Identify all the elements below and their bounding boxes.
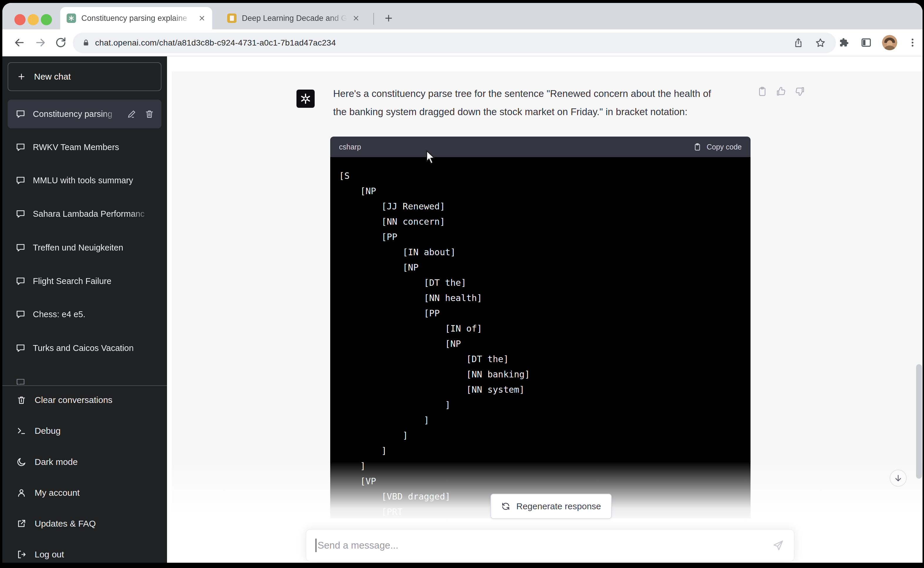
bookmark-star-icon[interactable]: [815, 37, 826, 48]
chat-title: Flight Search Failure: [33, 276, 154, 286]
chat-bubble-icon: [15, 242, 26, 253]
plus-icon: [17, 72, 26, 81]
footer-label: Clear conversations: [35, 395, 112, 405]
chat-title: MMLU with tools summary: [33, 176, 154, 185]
address-bar[interactable]: chat.openai.com/chat/a81d3c8b-c924-4731-…: [73, 33, 836, 53]
tab-title: Constituency parsing explaine: [81, 14, 193, 23]
footer-label: Debug: [35, 426, 60, 436]
delete-trash-icon[interactable]: [145, 109, 154, 119]
message-actions: [757, 86, 805, 97]
footer-label: My account: [35, 488, 80, 498]
message-line: Here's a constituency parse tree for the…: [333, 85, 779, 103]
moon-icon: [17, 457, 26, 467]
send-icon[interactable]: [772, 539, 784, 551]
sidebar-item-updates-faq[interactable]: Updates & FAQ: [8, 510, 161, 537]
sidebar-item-rwkv[interactable]: RWKV Team Members: [8, 133, 161, 162]
scroll-to-bottom-button[interactable]: [890, 470, 907, 486]
code-block: csharp Copy code [S [NP [JJ Renewed] [NN…: [330, 137, 751, 518]
assistant-message-text: Here's a constituency parse tree for the…: [333, 85, 779, 121]
side-panel-icon[interactable]: [860, 37, 872, 48]
chat-bubble-icon: [15, 142, 26, 153]
chat-title: Sahara Lambada Performanc: [33, 209, 154, 219]
sidebar-item-dark-mode[interactable]: Dark mode: [8, 449, 161, 476]
footer-label: Updates & FAQ: [35, 519, 96, 529]
code-language-label: csharp: [339, 143, 361, 151]
chat-bubble-icon: [15, 208, 26, 219]
browser-toolbar: chat.openai.com/chat/a81d3c8b-c924-4731-…: [2, 29, 922, 56]
sidebar-item-my-account[interactable]: My account: [8, 479, 161, 506]
document-favicon-icon: [227, 14, 237, 23]
chat-title: RWKV Team Members: [33, 142, 154, 152]
thumbs-up-icon[interactable]: [775, 86, 787, 97]
regenerate-label: Regenerate response: [516, 502, 601, 511]
copy-message-icon[interactable]: [757, 86, 768, 97]
sidebar-item-chess[interactable]: Chess: e4 e5.: [8, 300, 161, 329]
browser-menu-icon[interactable]: [907, 37, 918, 48]
window-zoom-button[interactable]: [41, 14, 52, 25]
chat-title: Chess: e4 e5.: [33, 310, 154, 319]
new-chat-label: New chat: [34, 72, 71, 82]
chat-main: Here's a constituency parse tree for the…: [172, 56, 922, 563]
back-button[interactable]: [13, 36, 26, 49]
window-minimize-button[interactable]: [27, 14, 39, 25]
tab-close-icon[interactable]: [352, 14, 360, 22]
sidebar-item-clear-conversations[interactable]: Clear conversations: [8, 387, 161, 414]
logout-icon: [17, 550, 26, 559]
code-block-header: csharp Copy code: [330, 137, 751, 157]
regenerate-response-button[interactable]: Regenerate response: [490, 494, 612, 519]
new-chat-button[interactable]: New chat: [8, 62, 161, 91]
chat-bubble-icon: [15, 276, 26, 286]
copy-code-label: Copy code: [707, 143, 742, 151]
thumbs-down-icon[interactable]: [794, 86, 805, 97]
user-icon: [17, 488, 26, 498]
message-input[interactable]: [317, 540, 772, 551]
tab-constituency-parsing[interactable]: Constituency parsing explaine: [60, 7, 212, 29]
tab-close-icon[interactable]: [198, 14, 206, 22]
chat-title: Constituency parsing: [33, 109, 120, 119]
share-icon[interactable]: [793, 38, 803, 48]
sidebar: New chat Constituency parsing: [2, 56, 167, 563]
chat-bubble-icon: [15, 343, 26, 353]
trash-icon: [17, 395, 26, 405]
tab-title: Deep Learning Decade and GP: [242, 14, 347, 23]
sidebar-item-debug[interactable]: Debug: [8, 417, 161, 444]
reload-button[interactable]: [54, 36, 67, 49]
forward-button[interactable]: [34, 36, 47, 49]
sidebar-item-constituency-parsing[interactable]: Constituency parsing: [8, 100, 161, 128]
new-tab-button[interactable]: [379, 9, 398, 27]
sidebar-item-clipped: [15, 377, 26, 385]
sidebar-gutter: [167, 56, 172, 563]
profile-avatar[interactable]: [882, 35, 897, 50]
chatgpt-favicon-icon: [66, 14, 76, 23]
message-line: the banking system dragged down the stoc…: [333, 103, 779, 121]
external-link-icon: [17, 519, 26, 529]
code-block-body: [S [NP [JJ Renewed] [NN concern] [PP [IN…: [330, 157, 751, 518]
sidebar-item-treffen[interactable]: Treffen und Neuigkeiten: [8, 233, 161, 262]
sidebar-item-sahara[interactable]: Sahara Lambada Performanc: [8, 199, 161, 228]
terminal-icon: [17, 426, 26, 436]
window-close-button[interactable]: [14, 14, 26, 25]
message-input-box[interactable]: [306, 529, 794, 562]
sidebar-item-flight[interactable]: Flight Search Failure: [8, 267, 161, 295]
footer-label: Log out: [35, 550, 64, 559]
sidebar-item-turks[interactable]: Turks and Caicos Vacation: [8, 334, 161, 363]
tab-deep-learning[interactable]: Deep Learning Decade and GP: [221, 7, 366, 29]
chat-bubble-icon: [15, 309, 26, 320]
copy-code-button[interactable]: Copy code: [693, 142, 742, 151]
edit-pencil-icon[interactable]: [127, 109, 137, 119]
scrollbar-thumb[interactable]: [916, 364, 922, 479]
chat-title: Treffen und Neuigkeiten: [33, 243, 154, 252]
footer-label: Dark mode: [35, 457, 78, 467]
chat-bubble-icon: [15, 175, 26, 186]
chat-title: Turks and Caicos Vacation: [33, 343, 154, 353]
tab-separator: [373, 13, 374, 25]
url-text: chat.openai.com/chat/a81d3c8b-c924-4731-…: [95, 38, 336, 48]
sidebar-item-mmlu[interactable]: MMLU with tools summary: [8, 166, 161, 195]
sidebar-item-log-out[interactable]: Log out: [8, 541, 161, 563]
regenerate-icon: [501, 502, 510, 511]
code-content: [S [NP [JJ Renewed] [NN concern] [PP [IN…: [330, 157, 751, 518]
sidebar-divider: [2, 385, 167, 386]
extensions-puzzle-icon[interactable]: [839, 37, 850, 48]
lock-icon: [81, 38, 90, 47]
browser-window: Constituency parsing explaine Deep Learn…: [2, 3, 922, 563]
